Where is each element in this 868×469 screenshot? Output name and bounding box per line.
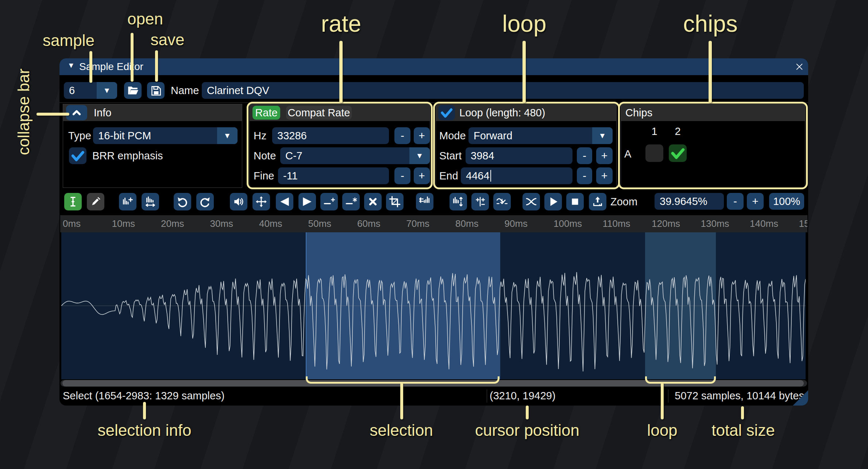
redo-icon — [199, 195, 211, 208]
annotation-selection: selection — [370, 421, 433, 439]
draw-tool[interactable] — [87, 193, 104, 210]
ruler-tick: 130ms — [701, 215, 729, 232]
floppy-disk-icon — [150, 84, 162, 97]
chevron-down-icon[interactable]: ▼ — [97, 82, 117, 99]
callout-box-loop — [433, 102, 620, 189]
screenshot-stage: ▼ Sample Editor 6 ▼ Name Clarinet — [0, 0, 868, 469]
close-icon[interactable] — [794, 62, 805, 72]
status-separator — [668, 389, 668, 403]
callout-line-loop-bottom — [661, 383, 664, 419]
normalize-button[interactable] — [252, 193, 270, 210]
chevron-up-icon — [70, 106, 83, 119]
ruler-tick: 140ms — [750, 215, 778, 232]
apply-silence-button[interactable] — [342, 193, 360, 210]
filter-icon — [496, 195, 508, 208]
annotation-open: open — [127, 10, 163, 28]
annotation-total-size: total size — [711, 421, 775, 439]
crop-icon — [389, 195, 401, 208]
status-cursor-position: (3210, 19429) — [490, 387, 556, 406]
annotation-rate: rate — [321, 10, 361, 37]
window-collapse-icon[interactable]: ▼ — [67, 61, 75, 70]
callout-line-selection — [400, 383, 403, 419]
callout-box-rate — [247, 102, 433, 189]
crossfade-button[interactable] — [522, 193, 540, 210]
invert-button[interactable] — [450, 193, 467, 210]
chevron-down-icon[interactable]: ▼ — [217, 127, 238, 144]
callout-line-collapse-bar — [36, 113, 69, 116]
zoom-value: 39.9645% — [660, 195, 707, 208]
reverse-icon — [418, 195, 431, 208]
preview-button[interactable] — [544, 193, 562, 210]
callout-bracket-loop — [645, 376, 716, 384]
ruler-tick: 80ms — [455, 215, 479, 232]
fade-in-button[interactable] — [276, 193, 293, 210]
callout-line-selection-info — [143, 402, 146, 419]
wavestretch-icon — [144, 195, 157, 208]
ruler-tick: 120ms — [652, 215, 680, 232]
silstar-icon — [345, 195, 357, 208]
annotation-loop-bottom: loop — [647, 421, 677, 439]
annotation-chips: chips — [683, 10, 737, 37]
delete-icon — [367, 195, 379, 208]
resample-button[interactable] — [142, 193, 159, 210]
ruler-tick: 70ms — [406, 215, 430, 232]
resize-button[interactable] — [119, 193, 136, 210]
save-sample-button[interactable] — [147, 82, 165, 99]
redo-button[interactable] — [196, 193, 214, 210]
upload-chip-button[interactable] — [589, 193, 606, 210]
status-bar: Select (1654-2983: 1329 samples) (3210, … — [59, 387, 808, 406]
annotation-save: save — [151, 31, 185, 49]
fade-out-button[interactable] — [298, 193, 316, 210]
stop-preview-button[interactable] — [566, 193, 584, 210]
ruler-tick: 60ms — [357, 215, 381, 232]
insert-silence-button[interactable] — [320, 193, 338, 210]
ibeam-icon — [67, 195, 79, 208]
signed-unsigned-button[interactable] — [471, 193, 489, 210]
open-sample-button[interactable] — [124, 82, 142, 99]
info-panel-title: Info — [94, 104, 111, 121]
zoom-in-button[interactable]: + — [747, 193, 764, 210]
info-collapse-button[interactable] — [66, 105, 87, 120]
sample-number-dropdown[interactable]: 6 ▼ — [64, 82, 117, 99]
ruler-tick: 50ms — [308, 215, 332, 232]
brr-emphasis-checkbox[interactable] — [69, 147, 86, 164]
ruler-tick: 100ms — [553, 215, 582, 232]
brr-emphasis-label: BRR emphasis — [92, 147, 163, 164]
speaker-icon — [232, 195, 245, 208]
window-titlebar[interactable]: ▼ Sample Editor — [59, 58, 808, 75]
callout-line-sample — [89, 51, 92, 83]
callout-box-chips — [618, 102, 808, 189]
amplify-button[interactable] — [230, 193, 247, 210]
callout-line-cursor-position — [526, 406, 529, 419]
sample-type-dropdown[interactable]: 16-bit PCM ▼ — [93, 127, 238, 144]
name-value: Clarinet DQV — [207, 85, 269, 97]
delete-button[interactable] — [364, 193, 382, 210]
status-total-size: 5072 samples, 10144 bytes — [675, 387, 804, 406]
trim-button[interactable] — [386, 193, 404, 210]
ruler-tick: 110ms — [603, 215, 630, 232]
select-tool[interactable] — [64, 193, 82, 210]
check-icon — [69, 147, 86, 163]
annotation-collapse-bar: collapse bar — [15, 69, 33, 163]
name-input[interactable]: Clarinet DQV — [202, 82, 804, 99]
undo-icon — [176, 195, 189, 208]
sample-number-value: 6 — [64, 85, 97, 97]
fadein-icon — [278, 195, 291, 208]
norm-icon — [452, 195, 464, 208]
filter-button[interactable] — [493, 193, 511, 210]
zoom-label: Zoom — [610, 193, 637, 210]
type-label: Type — [68, 127, 91, 144]
callout-line-open — [131, 33, 134, 82]
window-title: Sample Editor — [79, 58, 143, 75]
undo-button[interactable] — [174, 193, 191, 210]
callout-bracket-selection — [306, 376, 499, 384]
annotation-cursor-position: cursor position — [475, 421, 579, 439]
time-ruler[interactable]: 0ms10ms20ms30ms40ms50ms60ms70ms80ms90ms1… — [60, 215, 807, 232]
reverse-button[interactable] — [416, 193, 433, 210]
waveform-view[interactable] — [61, 232, 806, 379]
waveform-plot — [61, 232, 806, 379]
zoom-input[interactable]: 39.9645% — [655, 193, 724, 210]
info-panel: Info Type 16-bit PCM ▼ BRR emphasis — [63, 104, 242, 188]
zoom-out-button[interactable]: - — [727, 193, 744, 210]
zoom-reset-button[interactable]: 100% — [769, 193, 804, 210]
